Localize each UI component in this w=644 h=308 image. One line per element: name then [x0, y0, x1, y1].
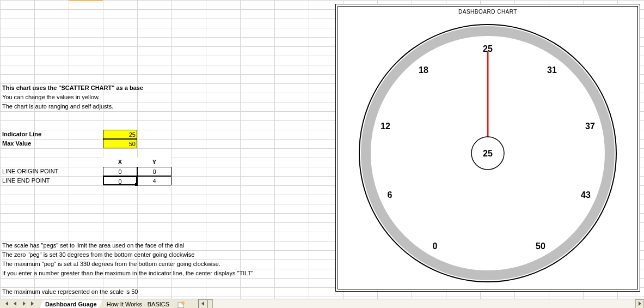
tab-how-it-works[interactable]: How It Works - BASICS: [101, 300, 175, 309]
gauge-tick-31: 31: [547, 65, 557, 75]
row-label-origin: LINE ORIGIN POINT: [1, 167, 59, 176]
indicator-line-label: Indicator Line: [1, 130, 42, 139]
gauge-tick-50: 50: [536, 241, 545, 251]
gauge-center-value: 25: [483, 149, 493, 158]
row-label-end: LINE END POINT: [1, 176, 51, 185]
heading-text: This chart uses the "SCATTER CHART" as a…: [1, 83, 144, 93]
indicator-value-cell[interactable]: 25: [103, 130, 137, 139]
tab-nav-buttons: [0, 300, 39, 308]
col-header-y: Y: [137, 158, 171, 167]
gauge-tick-37: 37: [585, 122, 595, 131]
sheet-tab-bar: Dashboard Guage How It Works - BASICS: [0, 299, 644, 308]
gauge-tick-6: 6: [388, 190, 392, 200]
scroll-thumb[interactable]: [207, 299, 213, 309]
max-value-label: Max Value: [1, 139, 32, 148]
sheet-tabs: Dashboard Guage How It Works - BASICS: [39, 299, 187, 309]
info-text: You can change the values in yellow.: [1, 93, 101, 102]
gauge-tick-0: 0: [433, 241, 438, 251]
paragraph-text: The maximum value represented on the sca…: [1, 287, 139, 297]
tab-next-icon[interactable]: [20, 300, 28, 308]
end-x-cell[interactable]: 0: [103, 176, 137, 185]
tab-first-icon[interactable]: [2, 300, 11, 308]
gauge-chart: 25 0 6 12 18 25 31 37 43 50: [346, 17, 629, 289]
new-sheet-icon[interactable]: [175, 301, 187, 309]
gauge-tick-12: 12: [381, 122, 390, 131]
horizontal-scrollbar[interactable]: [198, 299, 644, 309]
scroll-track[interactable]: [207, 299, 635, 309]
tab-prev-icon[interactable]: [11, 300, 20, 308]
scroll-right-icon[interactable]: [635, 299, 644, 309]
paragraph-text: The zero "peg" is set 30 degrees from th…: [1, 250, 195, 259]
chart-inner-border: DASHBOARD CHART 25 0 6 12 18 25 31 37 43…: [338, 6, 638, 289]
origin-y-cell[interactable]: 0: [137, 167, 171, 176]
max-value-cell[interactable]: 50: [103, 139, 137, 148]
info-text: The chart is auto ranging and self adjus…: [1, 102, 114, 111]
scroll-left-icon[interactable]: [199, 299, 207, 309]
gauge-tick-25: 25: [483, 44, 493, 53]
col-header-x: X: [103, 158, 137, 167]
paragraph-text: The scale has "pegs" set to limit the ar…: [1, 241, 185, 250]
end-y-cell[interactable]: 4: [137, 176, 171, 185]
svg-point-1: [181, 301, 185, 305]
paragraph-text: The maximum "peg" is set at 330 degrees …: [1, 259, 222, 269]
gauge-tick-18: 18: [419, 65, 428, 75]
origin-x-cell[interactable]: 0: [103, 167, 137, 176]
tab-last-icon[interactable]: [28, 300, 37, 308]
tab-dashboard-gauge[interactable]: Dashboard Guage: [39, 300, 103, 309]
paragraph-text: If you enter a number greater than the m…: [1, 269, 254, 278]
gauge-tick-43: 43: [581, 190, 591, 200]
chart-title: DASHBOARD CHART: [338, 9, 637, 15]
active-column-marker: [69, 0, 103, 1]
chart-container[interactable]: DASHBOARD CHART 25 0 6 12 18 25 31 37 43…: [335, 4, 640, 292]
